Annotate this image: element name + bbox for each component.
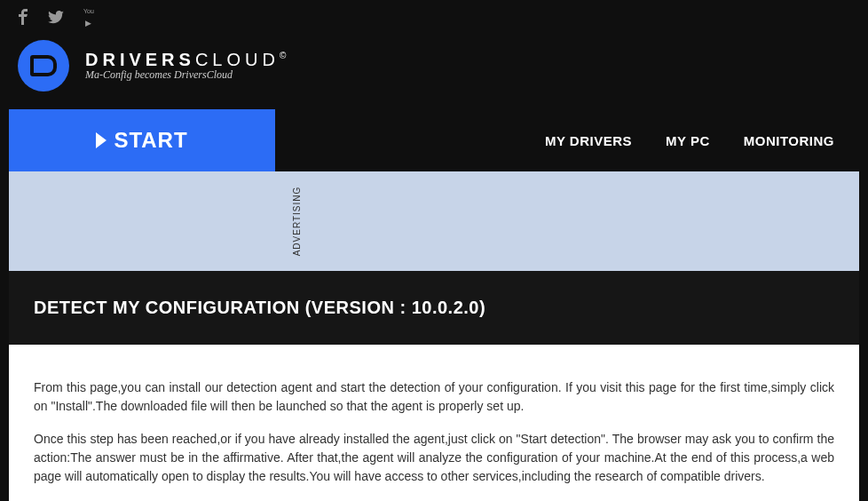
brand-name: DRIVERSCLOUD© [85,50,290,70]
social-bar [0,0,868,33]
title-section: DETECT MY CONFIGURATION (VERSION : 10.0.… [9,271,859,345]
nav-spacer [275,109,545,171]
content-body: From this page,you can install our detec… [9,345,859,501]
brand-light: CLOUD [195,50,280,69]
logo-icon[interactable] [18,40,69,91]
facebook-icon[interactable] [18,9,28,29]
page-title: DETECT MY CONFIGURATION (VERSION : 10.0.… [34,298,834,318]
nav-monitoring[interactable]: MONITORING [744,133,834,148]
paragraph-1: From this page,you can install our detec… [34,378,834,416]
start-button[interactable]: START [9,109,275,171]
twitter-icon[interactable] [48,10,64,28]
youtube-icon[interactable] [83,10,98,28]
nav-links: MY DRIVERS MY PC MONITORING [545,109,859,171]
header: DRIVERSCLOUD© Ma-Config becomes DriversC… [0,33,868,109]
nav-my-drivers[interactable]: MY DRIVERS [545,133,632,148]
ad-label: ADVERTISING [292,187,302,257]
start-label: START [114,128,187,153]
play-icon [96,132,107,148]
ad-section: ADVERTISING [9,171,859,271]
brand-copyright: © [280,51,290,60]
brand-block: DRIVERSCLOUD© Ma-Config becomes DriversC… [85,50,290,82]
brand-tagline: Ma-Config becomes DriversCloud [85,68,290,82]
nav-my-pc[interactable]: MY PC [666,133,710,148]
paragraph-2: Once this step has been reached,or if yo… [34,430,834,486]
brand-bold: DRIVERS [85,50,195,69]
nav-bar: START MY DRIVERS MY PC MONITORING [9,109,859,171]
